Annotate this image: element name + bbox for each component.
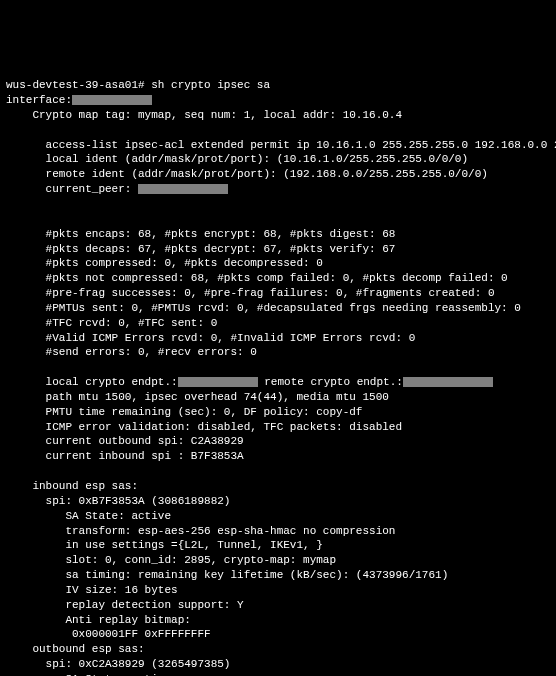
valid-icmp-line: #Valid ICMP Errors rcvd: 0, #Invalid ICM… [6,332,415,344]
pre-frag-line: #pre-frag successes: 0, #pre-frag failur… [6,287,494,299]
inbound-esp-line: inbound esp sas: [6,480,138,492]
in-anti-line: Anti replay bitmap: [6,614,191,626]
crypto-endpt-line: local crypto endpt.: remote crypto endpt… [6,376,493,388]
path-mtu-line: path mtu 1500, ipsec overhead 74(44), me… [6,391,389,403]
interface-line: interface: [6,94,152,106]
in-spi-line: spi: 0xB7F3853A (3086189882) [6,495,230,507]
pmtu-time-line: PMTU time remaining (sec): 0, DF policy:… [6,406,362,418]
current-peer-label: current_peer: [6,183,131,195]
redacted-interface [72,95,152,105]
access-list-line: access-list ipsec-acl extended permit ip… [6,139,556,151]
pkts-compressed-line: #pkts compressed: 0, #pkts decompressed:… [6,257,323,269]
tfc-line: #TFC rcvd: 0, #TFC sent: 0 [6,317,217,329]
pkts-encaps-line: #pkts encaps: 68, #pkts encrypt: 68, #pk… [6,228,395,240]
terminal-output: wus-devtest-39-asa01# sh crypto ipsec sa… [6,63,550,676]
hostname: wus-devtest-39-asa01# [6,79,145,91]
outbound-spi-line: current outbound spi: C2A38929 [6,435,244,447]
blank-line [6,361,13,373]
icmp-error-line: ICMP error validation: disabled, TFC pac… [6,421,402,433]
in-sa-state-line: SA State: active [6,510,171,522]
blank-line [6,124,13,136]
current-peer-line: current_peer: [6,183,228,195]
pmtus-line: #PMTUs sent: 0, #PMTUs rcvd: 0, #decapsu… [6,302,521,314]
in-settings-line: in use settings ={L2L, Tunnel, IKEv1, } [6,539,323,551]
local-ident-line: local ident (addr/mask/prot/port): (10.1… [6,153,468,165]
send-errors-line: #send errors: 0, #recv errors: 0 [6,346,257,358]
redacted-peer [138,184,228,194]
remote-crypto-label: remote crypto endpt.: [258,376,403,388]
blank-line [6,198,13,210]
in-replay-line: replay detection support: Y [6,599,244,611]
blank-line [6,213,13,225]
in-transform-line: transform: esp-aes-256 esp-sha-hmac no c… [6,525,395,537]
in-sa-timing-line: sa timing: remaining key lifetime (kB/se… [6,569,448,581]
redacted-remote-endpt [403,377,493,387]
in-bitmap-line: 0x000001FF 0xFFFFFFFF [6,628,211,640]
command: sh crypto ipsec sa [151,79,270,91]
pkts-decaps-line: #pkts decaps: 67, #pkts decrypt: 67, #pk… [6,243,395,255]
interface-label: interface: [6,94,72,106]
in-iv-line: IV size: 16 bytes [6,584,178,596]
inbound-spi-line: current inbound spi : B7F3853A [6,450,244,462]
pkts-not-compressed-line: #pkts not compressed: 68, #pkts comp fai… [6,272,508,284]
outbound-esp-line: outbound esp sas: [6,643,145,655]
crypto-map-line: Crypto map tag: mymap, seq num: 1, local… [6,109,402,121]
out-spi-line: spi: 0xC2A38929 (3265497385) [6,658,230,670]
in-slot-line: slot: 0, conn_id: 2895, crypto-map: myma… [6,554,336,566]
local-crypto-label: local crypto endpt.: [6,376,178,388]
blank-line [6,465,13,477]
remote-ident-line: remote ident (addr/mask/prot/port): (192… [6,168,488,180]
prompt-line: wus-devtest-39-asa01# sh crypto ipsec sa [6,79,270,91]
redacted-local-endpt [178,377,258,387]
